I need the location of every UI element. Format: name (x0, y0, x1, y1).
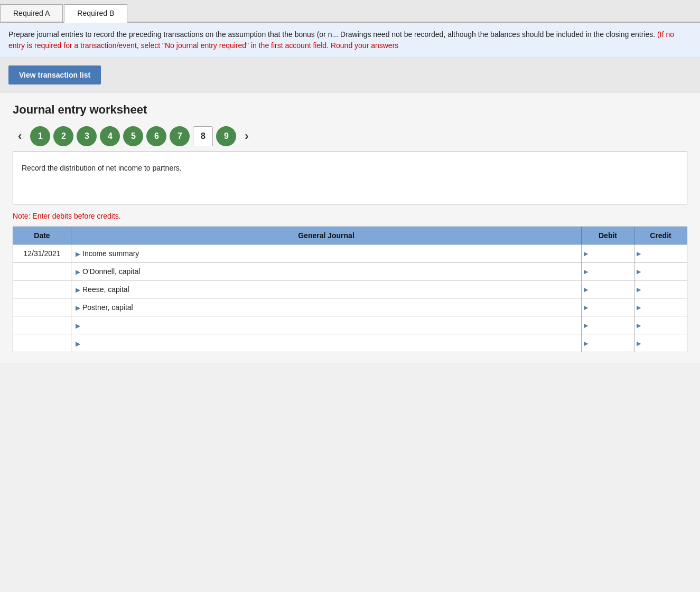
tab-required-a[interactable]: Required A (0, 4, 63, 22)
credit-input-1[interactable] (639, 267, 683, 276)
journal-table: Date General Journal Debit Credit 12/31/… (13, 227, 687, 352)
cell-credit-1[interactable]: ▶ (634, 262, 687, 280)
nav-row: ‹ 1 2 3 4 5 6 7 8 9 › (13, 126, 687, 146)
debit-arrow-icon: ▶ (584, 268, 588, 275)
cell-credit-0[interactable]: ▶ (634, 245, 687, 262)
debit-arrow-icon: ▶ (584, 322, 588, 328)
cell-journal-4[interactable]: ▶ (71, 316, 582, 334)
journal-entry-text: Reese, capital (82, 285, 129, 294)
credit-input-3[interactable] (639, 303, 683, 312)
debit-input-1[interactable] (586, 267, 630, 276)
instructions-banner: Prepare journal entries to record the pr… (0, 23, 700, 58)
journal-entry-text: Postner, capital (82, 303, 133, 312)
debit-arrow-icon: ▶ (584, 286, 588, 293)
table-row: ▶Reese, capital▶▶ (13, 280, 687, 298)
cell-date-5 (13, 334, 71, 352)
credit-arrow-icon: ▶ (637, 304, 641, 311)
credit-arrow-icon: ▶ (637, 322, 641, 328)
description-text: Record the distribution of net income to… (22, 164, 182, 172)
cell-journal-2[interactable]: ▶Reese, capital (71, 280, 582, 298)
cell-debit-2[interactable]: ▶ (582, 280, 634, 298)
worksheet-area: Journal entry worksheet ‹ 1 2 3 4 5 6 7 … (0, 92, 700, 363)
nav-prev-arrow[interactable]: ‹ (13, 127, 27, 145)
journal-arrow-icon: ▶ (76, 322, 80, 330)
nav-circle-9[interactable]: 9 (216, 126, 236, 146)
table-row: ▶Postner, capital▶▶ (13, 298, 687, 316)
journal-entry-text: Income summary (82, 249, 139, 258)
col-header-credit: Credit (634, 227, 687, 245)
cell-journal-5[interactable]: ▶ (71, 334, 582, 352)
table-row: ▶▶▶ (13, 316, 687, 334)
col-header-debit: Debit (582, 227, 634, 245)
debit-input-5[interactable] (586, 339, 630, 347)
journal-arrow-icon: ▶ (76, 304, 80, 312)
cell-debit-3[interactable]: ▶ (582, 298, 634, 316)
credit-input-0[interactable] (639, 249, 683, 258)
cell-date-3 (13, 298, 71, 316)
tab-required-b[interactable]: Required B (64, 4, 127, 23)
cell-date-2 (13, 280, 71, 298)
nav-circle-5[interactable]: 5 (123, 126, 143, 146)
worksheet-title: Journal entry worksheet (13, 103, 687, 117)
action-bar: View transaction list (0, 58, 700, 92)
nav-circle-1[interactable]: 1 (30, 126, 50, 146)
cell-credit-3[interactable]: ▶ (634, 298, 687, 316)
journal-arrow-icon: ▶ (76, 340, 80, 347)
table-row: 12/31/2021▶Income summary▶▶ (13, 245, 687, 262)
debit-input-3[interactable] (586, 303, 630, 312)
credit-arrow-icon: ▶ (637, 286, 641, 293)
cell-journal-3[interactable]: ▶Postner, capital (71, 298, 582, 316)
debit-input-2[interactable] (586, 285, 630, 294)
cell-debit-4[interactable]: ▶ (582, 316, 634, 334)
col-header-date: Date (13, 227, 71, 245)
cell-date-0: 12/31/2021 (13, 245, 71, 262)
journal-entry-text: O'Donnell, capital (82, 267, 140, 276)
journal-arrow-icon: ▶ (76, 286, 80, 294)
credit-arrow-icon: ▶ (637, 340, 641, 346)
cell-credit-4[interactable]: ▶ (634, 316, 687, 334)
debit-input-4[interactable] (586, 321, 630, 330)
cell-journal-1[interactable]: ▶O'Donnell, capital (71, 262, 582, 280)
nav-circle-4[interactable]: 4 (100, 126, 120, 146)
cell-credit-2[interactable]: ▶ (634, 280, 687, 298)
journal-arrow-icon: ▶ (76, 250, 80, 258)
credit-arrow-icon: ▶ (637, 250, 641, 257)
cell-journal-0[interactable]: ▶Income summary (71, 245, 582, 262)
debit-arrow-icon: ▶ (584, 340, 588, 346)
table-row: ▶▶▶ (13, 334, 687, 352)
instructions-main-text: Prepare journal entries to record the pr… (8, 30, 655, 39)
debit-arrow-icon: ▶ (584, 304, 588, 311)
note-text: Note: Enter debits before credits. (13, 212, 687, 220)
nav-next-arrow[interactable]: › (239, 127, 254, 145)
cell-date-4 (13, 316, 71, 334)
table-row: ▶O'Donnell, capital▶▶ (13, 262, 687, 280)
cell-date-1 (13, 262, 71, 280)
credit-input-2[interactable] (639, 285, 683, 294)
cell-debit-0[interactable]: ▶ (582, 245, 634, 262)
journal-arrow-icon: ▶ (76, 268, 80, 276)
nav-circle-8[interactable]: 8 (193, 126, 213, 146)
cell-debit-1[interactable]: ▶ (582, 262, 634, 280)
view-transaction-list-button[interactable]: View transaction list (8, 65, 101, 84)
credit-input-5[interactable] (639, 339, 683, 347)
debit-arrow-icon: ▶ (584, 250, 588, 257)
nav-circle-6[interactable]: 6 (146, 126, 166, 146)
credit-input-4[interactable] (639, 321, 683, 330)
nav-circle-7[interactable]: 7 (170, 126, 190, 146)
tabs-bar: Required A Required B (0, 0, 700, 23)
description-box: Record the distribution of net income to… (13, 152, 687, 204)
credit-arrow-icon: ▶ (637, 268, 641, 275)
debit-input-0[interactable] (586, 249, 630, 258)
cell-credit-5[interactable]: ▶ (634, 334, 687, 352)
col-header-journal: General Journal (71, 227, 582, 245)
nav-circle-3[interactable]: 3 (77, 126, 97, 146)
cell-debit-5[interactable]: ▶ (582, 334, 634, 352)
nav-circle-2[interactable]: 2 (53, 126, 73, 146)
